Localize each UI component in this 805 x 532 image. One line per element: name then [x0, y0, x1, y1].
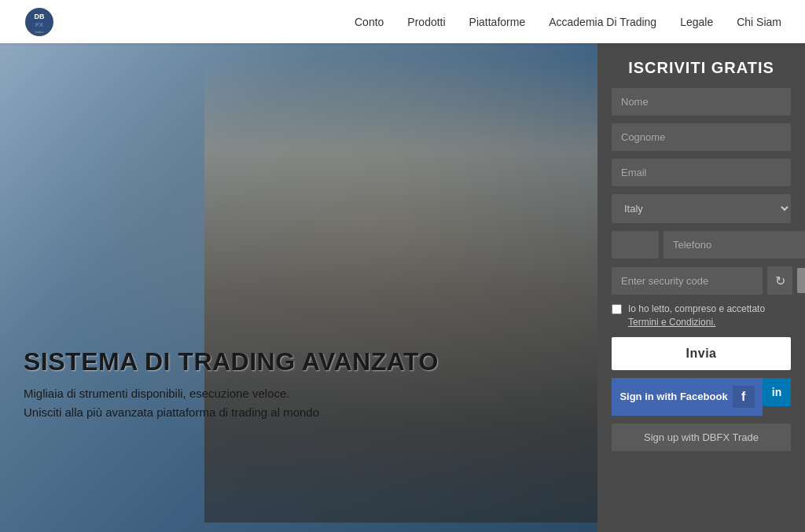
- facebook-icon: f: [733, 386, 755, 408]
- hero-section: SISTEMA DI TRADING AVANZATO Migliaia di …: [0, 43, 597, 532]
- email-input[interactable]: [612, 159, 791, 186]
- submit-button[interactable]: Invia: [612, 337, 791, 370]
- phone-prefix-input[interactable]: +39: [612, 231, 659, 259]
- terms-checkbox[interactable]: [612, 304, 622, 314]
- main-nav: Conto Prodotti Piattaforme Accademia Di …: [355, 16, 781, 28]
- cognome-input[interactable]: [612, 123, 791, 151]
- header: DB FX trades Conto Prodotti Piattaforme …: [0, 0, 805, 43]
- nav-item-legale[interactable]: Legale: [680, 16, 713, 28]
- svg-text:DB: DB: [35, 13, 45, 20]
- hero-person-image: [204, 59, 597, 523]
- svg-text:FX: FX: [35, 21, 44, 28]
- terms-text: Io ho letto, compreso e accettato Termin…: [628, 303, 765, 329]
- captcha-code-display: 97680: [797, 268, 805, 293]
- terms-row: Io ho letto, compreso e accettato Termin…: [612, 303, 791, 329]
- nav-item-piattaforme[interactable]: Piattaforme: [469, 16, 526, 28]
- nome-input[interactable]: [612, 88, 791, 116]
- phone-number-input[interactable]: [663, 231, 805, 259]
- registration-panel: ISCRIVITI GRATIS Italy +39 ↻ 97680 Io ho…: [597, 43, 805, 532]
- nav-item-chisiam[interactable]: Chi Siam: [737, 16, 781, 28]
- nav-item-prodotti[interactable]: Prodotti: [407, 16, 445, 28]
- terms-link[interactable]: Termini e Condizioni.: [628, 317, 715, 328]
- refresh-captcha-button[interactable]: ↻: [767, 266, 792, 295]
- nav-item-conto[interactable]: Conto: [355, 16, 384, 28]
- hero-subtitle-line2: Unisciti alla più avanzata piattaforma d…: [24, 405, 319, 419]
- captcha-row: ↻ 97680: [612, 266, 791, 295]
- security-code-input[interactable]: [612, 267, 763, 295]
- dbfx-signup-button[interactable]: Sign up with DBFX Trade: [612, 424, 791, 451]
- terms-label: Io ho letto, compreso e accettato: [628, 303, 765, 314]
- hero-subtitle-line1: Migliaia di strumenti disponibili, esecu…: [24, 387, 290, 400]
- hero-text-block: SISTEMA DI TRADING AVANZATO Migliaia di …: [24, 347, 439, 422]
- panel-title: ISCRIVITI GRATIS: [612, 59, 791, 77]
- phone-row: +39: [612, 231, 791, 259]
- hero-subtitle: Migliaia di strumenti disponibili, esecu…: [24, 384, 439, 422]
- social-buttons-row: Sign in with Facebook f in: [612, 378, 791, 416]
- linkedin-icon: in: [772, 386, 781, 398]
- logo-icon: DB FX trades: [24, 6, 55, 38]
- svg-text:trades: trades: [35, 30, 43, 34]
- hero-title: SISTEMA DI TRADING AVANZATO: [24, 347, 439, 376]
- facebook-button-label: Sign in with Facebook: [619, 391, 727, 402]
- logo: DB FX trades: [24, 6, 58, 38]
- linkedin-signin-button[interactable]: in: [763, 378, 791, 406]
- country-select[interactable]: Italy: [612, 194, 791, 223]
- facebook-signin-button[interactable]: Sign in with Facebook f: [612, 378, 763, 416]
- nav-item-accademia[interactable]: Accademia Di Trading: [549, 16, 656, 28]
